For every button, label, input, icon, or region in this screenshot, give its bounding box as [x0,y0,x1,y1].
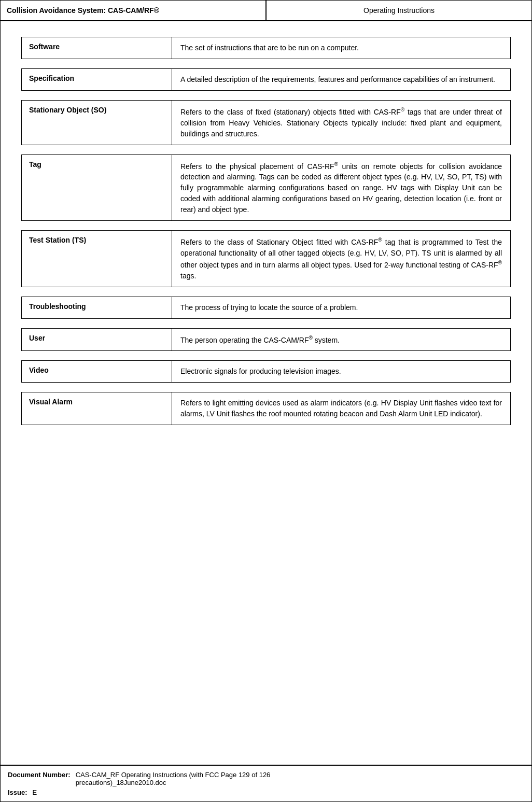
definition-cell: Refers to the class of fixed (stationary… [172,101,510,145]
term-cell: Troubleshooting [22,297,172,318]
glossary-row: SpecificationA detailed description of t… [21,68,511,91]
term-cell: Software [22,37,172,59]
term-cell: User [22,329,172,351]
term-cell: Video [22,361,172,382]
issue-label: Issue: [8,789,27,796]
term-cell: Test Station (TS) [22,231,172,286]
glossary-row: Stationary Object (SO)Refers to the clas… [21,100,511,145]
definition-cell: Refers to light emitting devices used as… [172,392,510,425]
page: Collision Avoidance System: CAS-CAM/RF® … [0,0,532,802]
definition-cell: The person operating the CAS-CAM/RF® sys… [172,329,510,351]
glossary-row: Test Station (TS)Refers to the class of … [21,230,511,287]
main-content: SoftwareThe set of instructions that are… [1,21,531,765]
term-cell: Stationary Object (SO) [22,101,172,145]
glossary-row: SoftwareThe set of instructions that are… [21,37,511,59]
glossary-row: VideoElectronic signals for producing te… [21,360,511,383]
glossary-row: Visual AlarmRefers to light emitting dev… [21,392,511,425]
doc-number-value: CAS-CAM_RF Operating Instructions (with … [76,771,524,786]
definition-cell: Refers to the physical placement of CAS-… [172,155,510,221]
definition-cell: Electronic signals for producing televis… [172,361,510,382]
doc-number-label: Document Number: [8,771,71,786]
issue-value: E [33,789,524,796]
glossary-row: TagRefers to the physical placement of C… [21,154,511,221]
header-title: Collision Avoidance System: CAS-CAM/RF® [1,1,267,20]
term-cell: Tag [22,155,172,221]
glossary-row: UserThe person operating the CAS-CAM/RF®… [21,328,511,351]
term-cell: Specification [22,69,172,90]
page-header: Collision Avoidance System: CAS-CAM/RF® … [1,1,531,21]
term-cell: Visual Alarm [22,392,172,425]
definition-cell: A detailed description of the requiremen… [172,69,510,90]
page-footer: Document Number: CAS-CAM_RF Operating In… [1,765,531,801]
definition-cell: The set of instructions that are to be r… [172,37,510,59]
header-section: Operating Instructions [267,1,531,20]
definition-cell: Refers to the class of Stationary Object… [172,231,510,286]
definition-cell: The process of trying to locate the sour… [172,297,510,318]
glossary-row: TroubleshootingThe process of trying to … [21,297,511,319]
